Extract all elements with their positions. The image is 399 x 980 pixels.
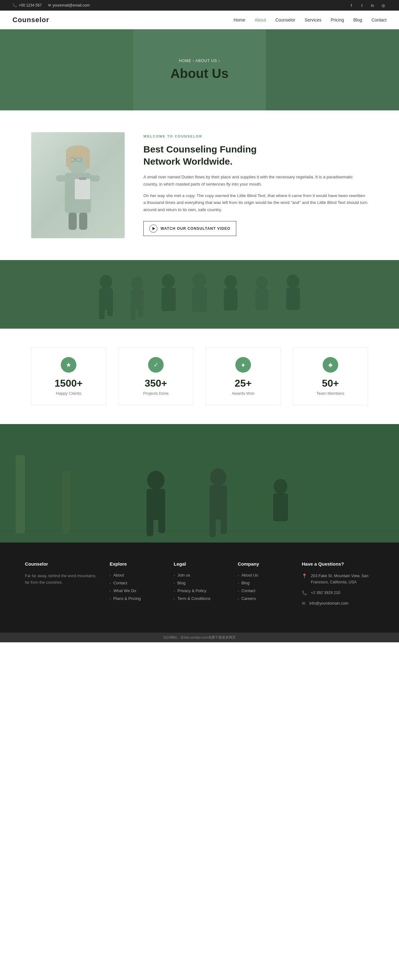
watch-video-button[interactable]: WATCH OUR CONSULTANT VIDEO	[143, 221, 236, 236]
footer-brand-name: Counselor	[25, 561, 97, 566]
svg-rect-32	[0, 530, 399, 531]
stat-icon-1: ★	[61, 357, 76, 372]
company-contact-link[interactable]: › Contact	[238, 589, 289, 593]
explore-pricing-link[interactable]: › Plans & Pricing	[110, 596, 162, 601]
footer-explore-title: Explore	[110, 561, 162, 566]
explore-whatwedo-link[interactable]: › What We Do	[110, 589, 162, 593]
about-content: WELCOME TO COUNSELOR Best Counseling Fun…	[143, 134, 368, 236]
svg-rect-6	[85, 151, 90, 169]
instagram-link[interactable]: in	[369, 2, 376, 9]
footer-phone: +2 392 3929 210	[311, 590, 340, 596]
nav-pricing[interactable]: Pricing	[331, 18, 344, 22]
about-heading: Best Counseling Funding Network Worldwid…	[143, 143, 368, 167]
company-careers-link[interactable]: › Careers	[238, 596, 289, 601]
stat-label-3: Awards Won	[212, 391, 274, 396]
stat-number-2: 350+	[125, 378, 187, 389]
breadcrumb: HOME › ABOUT US ›	[179, 59, 220, 63]
svg-rect-38	[158, 514, 165, 533]
list-item: › Plans & Pricing	[110, 596, 162, 601]
big-image-band	[0, 424, 399, 542]
nav-contact[interactable]: Contact	[372, 18, 386, 22]
footer-explore-col: Explore › About › Contact › What We Do ›…	[110, 561, 162, 611]
stat-number-1: 1500+	[38, 378, 99, 389]
list-item: › Term & Conditions	[173, 596, 226, 601]
stat-number-4: 50+	[300, 378, 361, 389]
phone-number: +00 1234 567	[19, 3, 42, 8]
svg-rect-13	[79, 213, 87, 230]
nav-blog[interactable]: Blog	[353, 18, 362, 22]
walking-figures-svg	[0, 424, 399, 542]
svg-rect-29	[255, 289, 269, 310]
list-item: › About	[110, 573, 162, 578]
about-para2: On her way she met a copy. The copy warn…	[143, 192, 368, 214]
stat-icon-2: ✓	[148, 357, 164, 372]
nav-counselor[interactable]: Counselor	[275, 18, 295, 22]
footer-phone-item: 📞 +2 392 3929 210	[302, 590, 374, 596]
nav-about[interactable]: About	[255, 18, 266, 22]
footer-contact-title: Have a Questions?	[302, 561, 374, 566]
nav-home[interactable]: Home	[234, 18, 245, 22]
explore-about-link[interactable]: › About	[110, 573, 162, 578]
company-blog-link[interactable]: › Blog	[238, 581, 289, 585]
site-logo[interactable]: Counselor	[13, 16, 49, 24]
about-para1: A small river named Duden flows by their…	[143, 174, 368, 188]
legal-joinus-link[interactable]: › Join us	[173, 573, 226, 578]
email-icon: ✉	[48, 3, 51, 8]
svg-rect-5	[66, 151, 71, 167]
breadcrumb-sep2: ›	[218, 59, 220, 63]
email-icon: ✉	[302, 601, 305, 606]
email-address: youremail@email.com	[53, 3, 90, 8]
footer-email: info@yourdomain.com	[309, 600, 348, 606]
hero-section: HOME › ABOUT US › About Us	[0, 29, 399, 110]
main-header: Counselor Home About Counselor Services …	[0, 11, 399, 29]
chevron-icon: ›	[173, 581, 175, 585]
list-item: › Blog	[238, 581, 289, 585]
svg-rect-8	[75, 179, 91, 199]
legal-privacy-link[interactable]: › Privacy & Policy	[173, 589, 226, 593]
list-item: › Contact	[238, 589, 289, 593]
svg-point-39	[210, 468, 226, 486]
svg-point-24	[192, 273, 207, 288]
footer-email-item: ✉ info@yourdomain.com	[302, 600, 374, 606]
svg-rect-20	[130, 303, 135, 320]
svg-point-30	[287, 274, 299, 288]
footer: Counselor Far far away, behind the word …	[0, 542, 399, 633]
chevron-icon: ›	[110, 589, 111, 593]
svg-rect-27	[224, 288, 237, 310]
svg-rect-12	[68, 213, 77, 230]
footer-company-list: › About Us › Blog › Contact › Careers	[238, 573, 289, 601]
svg-rect-33	[16, 455, 25, 533]
group-figures	[75, 266, 324, 322]
stat-happy-clients: ★ 1500+ Happy Clients	[31, 347, 106, 405]
company-aboutus-link[interactable]: › About Us	[238, 573, 289, 578]
breadcrumb-current: ABOUT US	[196, 59, 217, 63]
watermark-text: 访问网站，在bbs.xenlao.com免费下载更多网页	[163, 635, 235, 639]
twitter-link[interactable]: t	[358, 2, 365, 9]
main-nav: Home About Counselor Services Pricing Bl…	[234, 18, 386, 22]
footer-brand-desc: Far far away, behind the word mountains,…	[25, 573, 97, 586]
watermark: 访问网站，在bbs.xenlao.com免费下载更多网页	[0, 633, 399, 642]
facebook-link[interactable]: f	[348, 2, 355, 9]
dribbble-link[interactable]: ◎	[380, 2, 386, 9]
stats-section: ★ 1500+ Happy Clients ✓ 350+ Projects Do…	[0, 329, 399, 424]
about-image	[31, 132, 125, 238]
stat-label-1: Happy Clients	[38, 391, 99, 396]
legal-blog-link[interactable]: › Blog	[173, 581, 226, 585]
explore-contact-link[interactable]: › Contact	[110, 581, 162, 585]
play-triangle	[153, 227, 155, 230]
chevron-icon: ›	[173, 573, 175, 577]
stat-icon-3: ♦	[235, 357, 251, 372]
chevron-icon: ›	[238, 581, 239, 585]
stat-icon-4: ♣	[323, 357, 338, 372]
list-item: › Blog	[173, 581, 226, 585]
hero-title: About Us	[170, 66, 229, 81]
svg-rect-9	[79, 177, 86, 180]
nav-services[interactable]: Services	[305, 18, 321, 22]
chevron-icon: ›	[238, 597, 239, 601]
chevron-icon: ›	[238, 573, 239, 577]
svg-rect-23	[162, 288, 176, 311]
footer-contact-col: Have a Questions? 📍 203 Fake St. Mountai…	[302, 561, 374, 611]
social-links: f t in ◎	[348, 2, 386, 9]
legal-terms-link[interactable]: › Term & Conditions	[173, 596, 226, 601]
svg-rect-37	[146, 514, 153, 536]
